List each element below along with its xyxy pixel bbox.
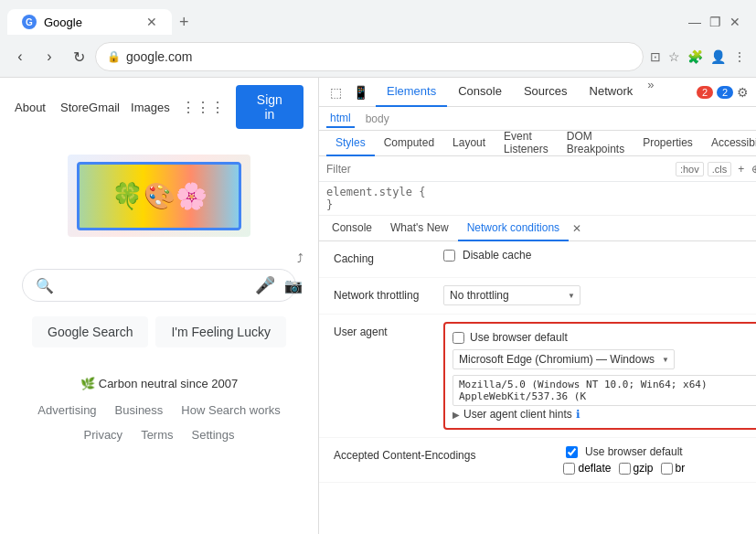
extensions-icon[interactable]: 🧩 (685, 47, 706, 67)
throttling-select[interactable]: No throttling Fast 3G Slow 3G Offline (443, 285, 580, 305)
forward-button[interactable]: › (37, 44, 62, 69)
reload-button[interactable]: ↻ (66, 44, 91, 69)
more-tabs-button[interactable]: » (647, 78, 654, 107)
tab-console[interactable]: Console (447, 78, 513, 107)
style-tabs: Styles Computed Layout Event Listeners D… (319, 131, 756, 156)
devtools-panel: ⬚ 📱 Elements Console Sources Network » 2… (318, 78, 756, 534)
console-drawer-tab[interactable]: Console (323, 216, 381, 241)
browser-chrome: G Google ✕ + — ❐ ✕ ‹ › ↻ 🔒 google.com ⊡ … (0, 0, 756, 78)
about-link[interactable]: About (15, 101, 46, 114)
inspect-style-icon[interactable]: ⊕ (749, 162, 756, 176)
address-bar[interactable]: 🔒 google.com (95, 42, 644, 71)
back-button[interactable]: ‹ (7, 44, 33, 69)
ua-select[interactable]: Microsoft Edge (Chromium) — Windows Chro… (453, 349, 675, 369)
nav-bar: ‹ › ↻ 🔒 google.com ⊡ ☆ 🧩 👤 ⋮ (0, 37, 756, 77)
inspect-icon[interactable]: ⬚ (326, 83, 346, 101)
gmail-link[interactable]: Gmail (89, 101, 120, 114)
devtools-icons: ⬚ 📱 (326, 83, 372, 101)
address-text: google.com (126, 49, 632, 64)
device-icon[interactable]: 📱 (349, 83, 372, 101)
doodle-image: 🍀🎨🌸 (68, 155, 250, 237)
privacy-link[interactable]: Privacy (84, 428, 123, 442)
menu-icon[interactable]: ⋮ (730, 47, 749, 67)
tab-close-button[interactable]: ✕ (146, 15, 157, 29)
close-button[interactable]: ✕ (729, 16, 741, 28)
properties-tab[interactable]: Properties (634, 131, 702, 156)
accessibility-tab[interactable]: Accessibility (702, 131, 756, 156)
filter-icons: + ⊕ ◐ (735, 162, 756, 176)
search-input[interactable] (63, 277, 246, 294)
google-page: About Store Gmail Images ⋮⋮⋮ Sign in 🍀🎨🌸… (0, 78, 318, 534)
network-conditions-tab[interactable]: Network conditions (458, 216, 569, 241)
network-throttling-label: Network throttling (334, 285, 443, 302)
event-listeners-tab[interactable]: Event Listeners (495, 131, 558, 156)
new-tab-button[interactable]: + (172, 9, 197, 36)
element-style-close: } (326, 198, 756, 211)
user-agent-row: User agent Use browser default Microsoft… (319, 315, 756, 438)
accepted-encodings-row: Accepted Content-Encodings Use browser d… (319, 438, 756, 483)
images-link[interactable]: Images (131, 101, 170, 114)
tab-elements[interactable]: Elements (376, 78, 447, 107)
dom-tab-html[interactable]: html (326, 110, 355, 128)
br-checkbox[interactable] (661, 463, 673, 475)
deflate-checkbox[interactable] (563, 463, 575, 475)
hov-filter[interactable]: :hov (676, 162, 704, 176)
use-browser-default-checkbox[interactable] (453, 332, 464, 344)
add-style-icon[interactable]: + (735, 162, 747, 176)
more-options-icon[interactable]: ⋮ (752, 85, 756, 100)
network-conditions-close[interactable]: ✕ (569, 222, 585, 235)
advertising-link[interactable]: Advertising (37, 403, 96, 417)
google-search-button[interactable]: Google Search (32, 316, 148, 347)
sign-in-button[interactable]: Sign in (236, 85, 303, 129)
accepted-encodings-row1: Use browser default (566, 445, 683, 458)
tab-sources[interactable]: Sources (513, 78, 579, 107)
use-browser-default2-checkbox[interactable] (566, 446, 578, 458)
voice-search-icon[interactable]: 🎤 (255, 275, 275, 295)
styles-tab[interactable]: Styles (326, 131, 375, 156)
devtools-topbar: ⬚ 📱 Elements Console Sources Network » 2… (319, 78, 756, 107)
business-link[interactable]: Business (115, 403, 164, 417)
gzip-item: gzip (619, 462, 654, 475)
dom-tabs: html body (319, 107, 756, 131)
carbon-text: Carbon neutral since 2007 (99, 377, 239, 390)
tab-network[interactable]: Network (579, 78, 644, 107)
disable-cache-checkbox[interactable] (443, 250, 455, 262)
terms-link[interactable]: Terms (141, 428, 173, 442)
accepted-encodings-control: Use browser default deflate gzip (475, 445, 756, 475)
deflate-item: deflate (563, 462, 611, 475)
cls-filter[interactable]: .cls (708, 162, 732, 176)
error-badge: 2 (697, 86, 713, 99)
lucky-button[interactable]: I'm Feeling Lucky (155, 316, 286, 347)
google-apps-button[interactable]: ⋮⋮⋮ (181, 99, 225, 116)
store-link[interactable]: Store (60, 101, 89, 114)
whats-new-tab[interactable]: What's New (381, 216, 458, 241)
profile-icon[interactable]: 👤 (708, 47, 729, 67)
maximize-button[interactable]: ❐ (708, 16, 721, 28)
gzip-checkbox[interactable] (619, 463, 631, 475)
accepted-encodings-label: Accepted Content-Encodings (334, 445, 475, 462)
ua-hints-info-icon[interactable]: ℹ (576, 408, 580, 421)
devtools-right-icons: 2 2 ⚙ ⋮ ✕ (697, 85, 756, 100)
google-doodle: 🍀🎨🌸 (0, 136, 318, 251)
throttling-select-wrapper: No throttling Fast 3G Slow 3G Offline (443, 285, 580, 305)
ua-hints-row[interactable]: ▶ User agent client hints ℹ (453, 406, 756, 421)
lens-icon[interactable]: 📷 (284, 277, 303, 294)
devtools-tabs: Elements Console Sources Network » (376, 78, 655, 107)
settings-icon[interactable]: ⚙ (737, 85, 749, 100)
active-tab[interactable]: G Google ✕ (7, 9, 172, 35)
share-button[interactable]: ⤴ (297, 251, 303, 265)
dom-tab-body[interactable]: body (362, 111, 393, 127)
minimize-button[interactable]: — (688, 16, 701, 28)
settings-link[interactable]: Settings (192, 428, 235, 442)
ua-string[interactable]: Mozilla/5.0 (Windows NT 10.0; Win64; x64… (453, 375, 756, 406)
filter-input[interactable] (326, 163, 672, 176)
layout-tab[interactable]: Layout (443, 131, 495, 156)
search-bar[interactable]: 🔍 🎤 📷 (22, 269, 296, 302)
dom-breakpoints-tab[interactable]: DOM Breakpoints (558, 131, 634, 156)
how-search-works-link[interactable]: How Search works (181, 403, 280, 417)
cast-icon[interactable]: ⊡ (647, 47, 664, 67)
bookmark-icon[interactable]: ☆ (665, 47, 683, 67)
lock-icon: 🔒 (107, 50, 121, 63)
computed-tab[interactable]: Computed (375, 131, 443, 156)
tab-title: Google (44, 16, 82, 29)
